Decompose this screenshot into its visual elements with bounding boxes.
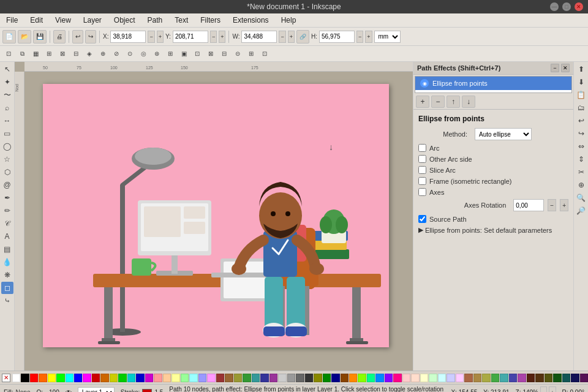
w-plus[interactable]: + xyxy=(288,31,295,43)
rt-btn-1[interactable]: ⬆ xyxy=(575,63,587,75)
tool-calligraphy[interactable]: 𝒞 xyxy=(1,217,13,230)
artwork-canvas[interactable] xyxy=(43,84,389,347)
zoom-minus-btn[interactable]: − xyxy=(540,386,547,393)
tool-pencil[interactable]: ✏ xyxy=(1,205,13,217)
palette-color-44[interactable] xyxy=(402,374,410,382)
palette-color-15[interactable] xyxy=(145,374,153,382)
y-minus[interactable]: − xyxy=(210,31,217,43)
print-button[interactable]: 🖨 xyxy=(53,30,66,43)
palette-color-55[interactable] xyxy=(500,374,508,382)
palette-color-18[interactable] xyxy=(172,374,179,382)
palette-color-40[interactable] xyxy=(367,374,375,382)
rt-btn-cut[interactable]: ✂ xyxy=(575,166,587,178)
minimize-button[interactable]: — xyxy=(550,2,559,11)
palette-color-14[interactable] xyxy=(136,374,144,382)
palette-color-48[interactable] xyxy=(438,374,446,382)
rt-btn-redo[interactable]: ↪ xyxy=(575,127,587,140)
snap-btn-1[interactable]: ⊡ xyxy=(2,48,15,59)
arc-checkbox[interactable] xyxy=(418,144,426,152)
no-color-swatch[interactable]: ✕ xyxy=(2,374,10,382)
palette-color-20[interactable] xyxy=(189,374,197,382)
rt-btn-flip-h[interactable]: ⇔ xyxy=(575,140,587,153)
set-default-link[interactable]: ▶ Ellipse from points: Set default param… xyxy=(418,226,568,234)
palette-color-16[interactable] xyxy=(154,374,162,382)
palette-color-19[interactable] xyxy=(181,374,189,382)
rt-btn-zoom-out[interactable]: 🔎 xyxy=(575,205,587,217)
tool-spray[interactable]: ❋ xyxy=(1,269,13,281)
frame-checkbox[interactable] xyxy=(418,177,426,185)
menu-item-file[interactable]: File xyxy=(4,15,20,25)
palette-color-54[interactable] xyxy=(491,374,499,382)
remove-effect-button[interactable]: − xyxy=(431,96,445,108)
redo-button[interactable]: ↪ xyxy=(85,30,96,43)
palette-color-37[interactable] xyxy=(341,374,349,382)
palette-color-50[interactable] xyxy=(456,374,464,382)
menu-item-view[interactable]: View xyxy=(53,15,74,25)
layer-select[interactable]: Layer 1 xyxy=(78,387,115,393)
tool-eraser[interactable]: ◻ xyxy=(1,282,13,294)
tool-selector[interactable]: ↖ xyxy=(1,63,13,75)
source-path-checkbox[interactable] xyxy=(418,215,426,223)
palette-color-3[interactable] xyxy=(39,374,47,382)
save-button[interactable]: 💾 xyxy=(33,30,47,43)
snap-btn-13[interactable]: ⊞ xyxy=(164,48,176,59)
palette-color-21[interactable] xyxy=(198,374,206,382)
palette-color-22[interactable] xyxy=(207,374,215,382)
palette-color-61[interactable] xyxy=(553,374,561,382)
palette-color-51[interactable] xyxy=(464,374,472,382)
x-input[interactable] xyxy=(110,31,146,43)
tool-node[interactable]: ✦ xyxy=(1,76,13,88)
effect-item-ellipse[interactable]: ◉ Ellipse from points xyxy=(415,77,571,90)
maximize-button[interactable]: □ xyxy=(562,2,571,11)
palette-color-45[interactable] xyxy=(411,374,419,382)
menu-item-help[interactable]: Help xyxy=(279,15,299,25)
panel-close-button[interactable]: ✕ xyxy=(561,64,570,72)
snap-btn-2[interactable]: ⧉ xyxy=(16,48,28,59)
menu-item-edit[interactable]: Edit xyxy=(28,15,45,25)
snap-btn-5[interactable]: ⊠ xyxy=(56,48,69,59)
snap-btn-17[interactable]: ⊟ xyxy=(218,48,230,59)
snap-btn-15[interactable]: ⊡ xyxy=(191,48,203,59)
palette-color-8[interactable] xyxy=(83,374,91,382)
close-button[interactable]: ✕ xyxy=(575,2,583,11)
palette-color-53[interactable] xyxy=(482,374,490,382)
snap-btn-16[interactable]: ⊠ xyxy=(205,48,217,59)
y-input[interactable] xyxy=(173,31,208,43)
palette-color-26[interactable] xyxy=(243,374,251,382)
h-plus[interactable]: + xyxy=(365,31,372,43)
menu-item-layer[interactable]: Layer xyxy=(81,15,104,25)
menu-item-path[interactable]: Path xyxy=(145,15,165,25)
method-select[interactable]: Auto ellipse General ellipse Circle xyxy=(475,128,532,140)
unit-select[interactable]: mm px cm in xyxy=(374,31,401,43)
palette-color-52[interactable] xyxy=(473,374,481,382)
palette-color-12[interactable] xyxy=(118,374,126,382)
lock-ratio-button[interactable]: 🔗 xyxy=(296,30,309,43)
y-plus[interactable]: + xyxy=(219,31,225,43)
panel-minimize-button[interactable]: − xyxy=(551,64,559,72)
menu-item-filters[interactable]: Filters xyxy=(198,15,223,25)
rt-btn-add[interactable]: ⊕ xyxy=(575,179,587,191)
palette-color-30[interactable] xyxy=(278,374,286,382)
tool-tweak[interactable]: 〜 xyxy=(1,89,13,101)
move-effect-up-button[interactable]: ↑ xyxy=(447,96,460,108)
palette-color-23[interactable] xyxy=(216,374,224,382)
palette-color-41[interactable] xyxy=(375,374,383,382)
h-minus[interactable]: − xyxy=(356,31,363,43)
tool-spiral[interactable]: @ xyxy=(1,179,13,191)
canvas-wrapper[interactable]: ↓ xyxy=(24,72,413,371)
tool-ellipse[interactable]: ◯ xyxy=(1,140,13,153)
tool-text[interactable]: A xyxy=(1,230,13,243)
palette-color-5[interactable] xyxy=(56,374,64,382)
palette-color-27[interactable] xyxy=(252,374,260,382)
axes-rotation-plus[interactable]: + xyxy=(560,199,568,211)
axes-rotation-minus[interactable]: − xyxy=(548,199,556,211)
palette-color-9[interactable] xyxy=(92,374,100,382)
palette-color-43[interactable] xyxy=(393,374,401,382)
palette-color-42[interactable] xyxy=(385,374,393,382)
palette-color-10[interactable] xyxy=(100,374,108,382)
snap-btn-20[interactable]: ⊡ xyxy=(258,48,271,59)
x-minus[interactable]: − xyxy=(148,31,154,43)
palette-color-11[interactable] xyxy=(110,374,118,382)
snap-btn-14[interactable]: ▣ xyxy=(178,48,190,59)
move-effect-down-button[interactable]: ↓ xyxy=(462,96,475,108)
